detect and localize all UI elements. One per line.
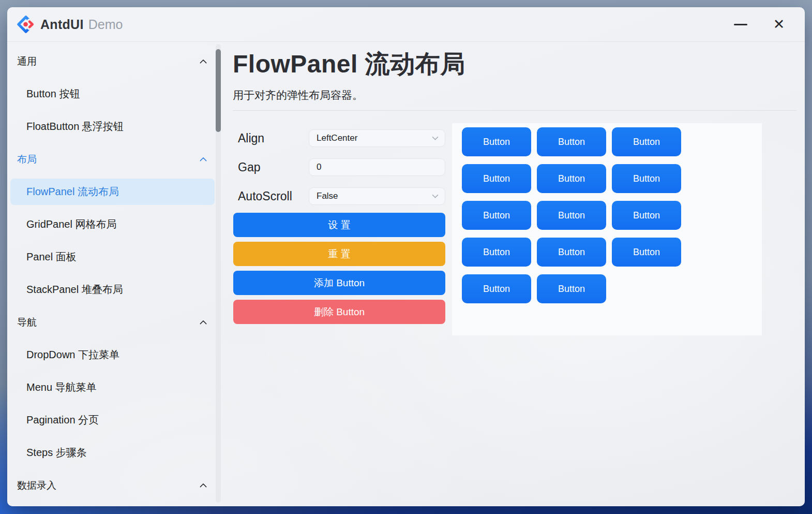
divider [233,110,796,111]
sidebar-item-flowpanel[interactable]: FlowPanel 流动布局 [7,175,224,208]
gap-field-wrap [309,158,445,176]
sidebar-item-floatbutton[interactable]: FloatButton 悬浮按钮 [7,110,224,143]
minimize-button[interactable] [729,13,752,36]
preview-button[interactable]: Button [537,238,606,267]
preview-button[interactable]: Button [462,127,531,156]
chevron-up-icon [200,483,207,490]
sidebar-item-panel[interactable]: Panel 面板 [7,241,224,273]
sidebar-group-navigation[interactable]: 导航 [7,306,224,339]
preview-button[interactable]: Button [537,164,606,193]
chevron-down-icon [432,192,439,198]
preview-button[interactable]: Button [462,164,531,193]
chevron-up-icon [200,157,207,164]
sidebar-item-dropdown[interactable]: DropDown 下拉菜单 [7,339,224,371]
flowpanel-preview: Button Button Button Button Button Butto… [452,123,762,335]
sidebar-scrollbar-thumb[interactable] [216,49,221,132]
minimize-icon [734,24,747,25]
chevron-down-icon [432,134,439,140]
sidebar-item-button[interactable]: Button 按钮 [7,78,224,110]
reset-button[interactable]: 重 置 [233,242,445,266]
autoscroll-select[interactable]: False [309,187,445,205]
app-title-suffix: Demo [88,17,123,32]
title-bar: AntdUI Demo ✕ [7,7,805,42]
add-button-button[interactable]: 添加 Button [233,271,445,295]
gap-label: Gap [238,160,260,174]
delete-button-button[interactable]: 删除 Button [233,300,445,324]
settings-button[interactable]: 设 置 [233,213,445,237]
autoscroll-label: AutoScroll [238,189,292,203]
app-window: AntdUI Demo ✕ 通用 Button 按钮 FloatButton 悬… [7,7,805,506]
chevron-up-icon [200,320,207,327]
antdui-logo-icon [17,16,35,33]
sidebar-group-data-entry[interactable]: 数据录入 [7,469,224,502]
chevron-up-icon [200,59,207,66]
page-title: FlowPanel 流动布局 [233,48,465,81]
align-select[interactable]: LeftCenter [309,129,445,147]
preview-button[interactable]: Button [612,201,681,230]
preview-button[interactable]: Button [612,238,681,267]
align-label: Align [238,131,264,145]
preview-button[interactable]: Button [462,274,531,303]
app-title: AntdUI [40,17,84,32]
preview-button[interactable]: Button [537,274,606,303]
preview-button[interactable]: Button [612,164,681,193]
gap-input[interactable] [317,162,438,172]
sidebar-item-steps[interactable]: Steps 步骤条 [7,436,224,469]
sidebar-item-gridpanel[interactable]: GridPanel 网格布局 [7,208,224,241]
preview-button[interactable]: Button [537,201,606,230]
sidebar-item-pagination[interactable]: Pagination 分页 [7,404,224,436]
sidebar-item-stackpanel[interactable]: StackPanel 堆叠布局 [7,273,224,306]
page-subtitle: 用于对齐的弹性布局容器。 [233,88,363,102]
preview-button[interactable]: Button [537,127,606,156]
preview-button[interactable]: Button [612,127,681,156]
preview-button[interactable]: Button [462,238,531,267]
close-icon: ✕ [773,18,785,32]
close-button[interactable]: ✕ [768,13,790,36]
flowpanel-buttons: Button Button Button Button Button Butto… [462,127,759,311]
sidebar-group-layout[interactable]: 布局 [7,143,224,175]
sidebar: 通用 Button 按钮 FloatButton 悬浮按钮 布局 FlowPan… [7,42,224,506]
sidebar-scrollbar[interactable] [216,44,221,503]
sidebar-group-general[interactable]: 通用 [7,45,224,78]
sidebar-item-menu[interactable]: Menu 导航菜单 [7,371,224,404]
preview-button[interactable]: Button [462,201,531,230]
